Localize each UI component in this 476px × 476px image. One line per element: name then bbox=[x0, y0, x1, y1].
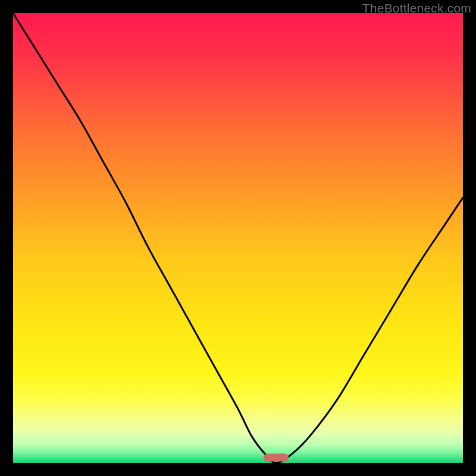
optimal-marker bbox=[264, 453, 289, 461]
chart-frame bbox=[13, 13, 463, 463]
bottleneck-curve bbox=[13, 13, 463, 463]
watermark-text: TheBottleneck.com bbox=[362, 1, 471, 15]
